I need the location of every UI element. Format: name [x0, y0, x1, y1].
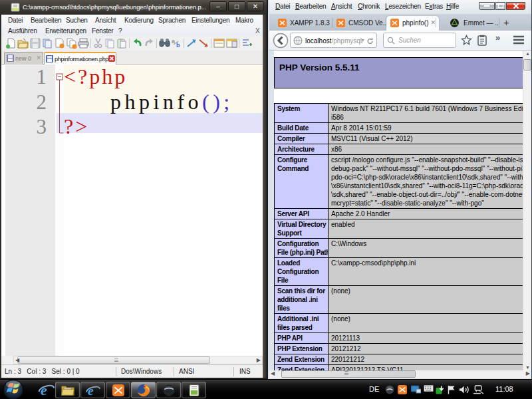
- svg-text:e: e: [88, 384, 94, 398]
- svg-text:e: e: [41, 382, 47, 398]
- svg-text:b: b: [176, 42, 180, 49]
